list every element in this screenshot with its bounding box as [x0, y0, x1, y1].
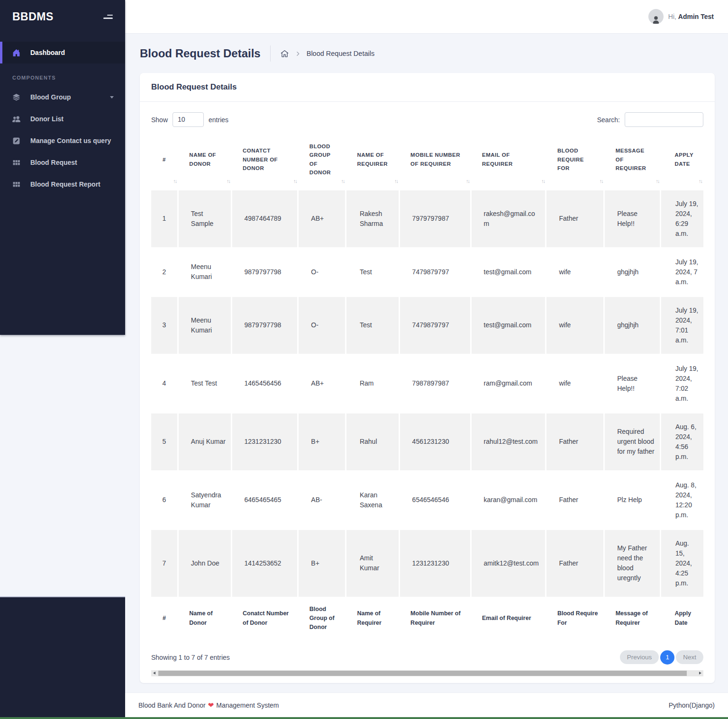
bottom-green-strip — [0, 717, 728, 719]
table-footer-bar: Showing 1 to 7 of 7 entries Previous 1 N… — [151, 650, 703, 665]
app-footer: Blood Bank And Donor ❤ Management System… — [125, 692, 728, 717]
table-cell: 1231231230 — [399, 529, 471, 597]
menu-toggle-icon[interactable] — [101, 15, 113, 19]
sort-arrows-icon: ↑↓ — [227, 177, 230, 186]
column-header[interactable]: Blood Group of Donor↑↓ — [298, 136, 346, 190]
column-header-label: Conatct Number of Donor — [243, 148, 278, 171]
sort-arrows-icon: ↑↓ — [173, 177, 176, 186]
page-length-value: 10 — [178, 116, 185, 123]
table-cell: Required urgent blood for my father — [604, 413, 661, 471]
table-row: 3Meenu Kumari9879797798O-Test7479879797t… — [151, 296, 703, 354]
column-header[interactable]: Message of Requirer↑↓ — [604, 136, 661, 190]
pagination: Previous 1 Next — [620, 650, 703, 665]
sidebar-item-blood-request[interactable]: Blood Request — [0, 152, 125, 173]
table-row: 1Test Sample4987464789AB+Rakesh Sharma79… — [151, 190, 703, 248]
column-header-label: Blood Group of Donor — [309, 144, 331, 175]
table-cell: wife — [546, 354, 604, 413]
layers-icon — [12, 93, 21, 101]
table-cell: John Doe — [178, 529, 231, 597]
search-label: Search: — [597, 116, 620, 124]
table-cell: Ram — [346, 354, 399, 413]
table-cell: 7479879797 — [399, 248, 471, 296]
column-header-label: Message of Requirer — [616, 148, 646, 171]
sidebar-item-label: Blood Request Report — [30, 180, 100, 188]
footer-prefix: Blood Bank And Donor — [138, 701, 206, 709]
page-title: Blood Request Details — [140, 47, 261, 60]
footer-right-text: Python(Django) — [669, 701, 715, 709]
column-header[interactable]: #↑↓ — [151, 136, 178, 190]
sidebar-item-blood-request-report[interactable]: Blood Request Report — [0, 173, 125, 195]
table-cell: 1 — [151, 190, 178, 248]
table-body: 1Test Sample4987464789AB+Rakesh Sharma79… — [151, 190, 703, 598]
column-header[interactable]: Name of Donor↑↓ — [178, 136, 231, 190]
table-cell: 9879797798 — [231, 296, 298, 354]
table-cell: 7979797987 — [399, 190, 471, 248]
column-header[interactable]: Mobile Number of Requirer↑↓ — [399, 136, 471, 190]
sidebar-item-blood-group[interactable]: Blood Group — [0, 86, 125, 108]
show-label: Show — [151, 116, 168, 124]
column-header[interactable]: Email of Requirer↑↓ — [471, 136, 546, 190]
table-icon — [12, 158, 21, 167]
greeting-text: Hi, Admin Test — [668, 13, 714, 20]
table-icon — [12, 180, 21, 189]
page-head: Blood Request Details Blood Request Deta… — [140, 45, 715, 62]
table-cell: Aug. 15, 2024, 4:25 p.m. — [660, 529, 703, 597]
scrollbar-right-arrow-icon[interactable] — [699, 672, 701, 674]
card-header: Blood Request Details — [140, 73, 715, 102]
column-header[interactable]: Blood Require For↑↓ — [546, 136, 604, 190]
table-cell: 9879797798 — [231, 248, 298, 296]
home-outline-icon[interactable] — [280, 49, 289, 58]
sidebar-item-dashboard[interactable]: Dashboard — [0, 42, 125, 63]
table-cell: Father — [546, 413, 604, 471]
table-cell: 7987897987 — [399, 354, 471, 413]
table-cell: wife — [546, 248, 604, 296]
table-row: 4Test Test1465456456AB+Ram7987897987ram@… — [151, 354, 703, 413]
table-row: 6Satyendra Kumar6465465465AB-Karan Saxen… — [151, 471, 703, 529]
table-cell: Meenu Kumari — [178, 248, 231, 296]
scrollbar-left-arrow-icon[interactable] — [153, 672, 155, 674]
sort-arrows-icon: ↑↓ — [541, 177, 545, 186]
column-header-label: Name of Requirer — [357, 152, 388, 166]
table-cell: Plz Help — [604, 471, 661, 529]
table-cell: O- — [298, 248, 346, 296]
table-cell: Aug. 8, 2024, 12:20 p.m. — [660, 471, 703, 529]
previous-page-button[interactable]: Previous — [620, 650, 659, 664]
table-cell: Please Help!! — [604, 354, 661, 413]
search-input[interactable] — [625, 112, 703, 127]
table-cell: 1231231230 — [231, 413, 298, 471]
entries-label: entries — [209, 116, 228, 124]
column-header[interactable]: Name of Requirer↑↓ — [346, 136, 399, 190]
main-area: Hi, Admin Test Blood Request Details Blo… — [125, 0, 728, 719]
table-header-row: #↑↓Name of Donor↑↓Conatct Number of Dono… — [151, 136, 703, 190]
table-cell: Karan Saxena — [346, 471, 399, 529]
user-menu[interactable]: Hi, Admin Test — [648, 9, 714, 24]
column-header[interactable]: Apply Date↑↓ — [660, 136, 703, 190]
horizontal-scrollbar[interactable] — [151, 670, 703, 676]
next-page-button[interactable]: Next — [676, 650, 703, 664]
sort-arrows-icon: ↑↓ — [600, 177, 603, 186]
table-cell: test@gmail.com — [471, 296, 546, 354]
column-header[interactable]: Conatct Number of Donor↑↓ — [231, 136, 298, 190]
scrollbar-thumb[interactable] — [158, 671, 687, 676]
page-number-button[interactable]: 1 — [660, 650, 674, 665]
table-cell: 2 — [151, 248, 178, 296]
table-cell: ghgjhjh — [604, 296, 661, 354]
table-footer-label: Blood Require For — [546, 597, 604, 644]
caret-down-icon — [110, 96, 114, 99]
sidebar-item-manage-contact-query[interactable]: Manage Contact us query — [0, 130, 125, 152]
sort-arrows-icon: ↑↓ — [341, 177, 344, 186]
table-footer-label: Conatct Number of Donor — [231, 597, 298, 644]
table-cell: B+ — [298, 413, 346, 471]
table-footer-label: Email of Requirer — [471, 597, 546, 644]
table-cell: Rakesh Sharma — [346, 190, 399, 248]
page-length-select[interactable]: 10 — [173, 112, 204, 127]
breadcrumb: Blood Request Details — [280, 49, 374, 58]
table-cell: AB+ — [298, 354, 346, 413]
table-cell: July 19, 2024, 6:29 a.m. — [660, 190, 703, 248]
page-length-control: Show 10 entries — [151, 112, 228, 127]
sidebar-item-donor-list[interactable]: Donor List — [0, 108, 125, 130]
table-cell: Please Help!! — [604, 190, 661, 248]
table-cell: Test Sample — [178, 190, 231, 248]
table-cell: 6546546546 — [399, 471, 471, 529]
table-cell: Father — [546, 529, 604, 597]
